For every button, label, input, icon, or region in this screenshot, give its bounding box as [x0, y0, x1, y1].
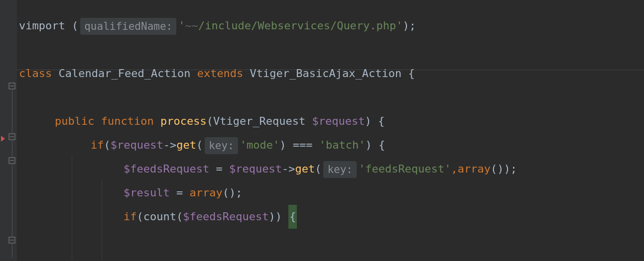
token-paren: ); [504, 163, 517, 175]
caret-highlight: { [288, 205, 297, 229]
code-line[interactable]: $feedsRequest = $request->get(key:'feeds… [19, 157, 644, 181]
fold-icon[interactable] [8, 133, 15, 140]
fold-icon[interactable] [8, 157, 15, 164]
token-identifier: vimport [19, 19, 65, 32]
token-type: Vtiger_Request [213, 115, 312, 127]
token-string: /include/Webservices/Query.php [198, 19, 396, 32]
fold-icon[interactable] [8, 237, 15, 244]
token-keyword: function [101, 115, 160, 127]
code-line[interactable]: public function process(Vtiger_Request $… [19, 109, 644, 133]
code-editor[interactable]: vimport (qualifiedName:'~~/include/Webse… [0, 0, 644, 261]
token-paren: ( [315, 163, 321, 175]
token-operator: = [209, 163, 229, 175]
token-paren: ) [366, 139, 379, 151]
token-string-quote: ' [359, 163, 365, 175]
token-paren: ( [176, 210, 183, 223]
token-identifier: count [143, 210, 176, 223]
token-method: get [295, 163, 315, 175]
token-string: batch [326, 139, 359, 151]
token-tilde: ~~ [185, 19, 198, 32]
token-paren: () [491, 163, 504, 175]
token-string-quote: ' [178, 19, 185, 32]
token-paren: ) [268, 210, 275, 223]
code-area[interactable]: vimport (qualifiedName:'~~/include/Webse… [17, 0, 644, 261]
token-string-quote: ' [273, 139, 279, 151]
token-paren: (); [223, 186, 243, 199]
token-variable: $request [111, 139, 163, 151]
token-string: feedsRequest [365, 163, 444, 175]
token-string-quote: ' [444, 163, 451, 175]
token-paren: ); [403, 19, 416, 32]
token-brace: { [378, 115, 385, 127]
code-line[interactable]: vimport (qualifiedName:'~~/include/Webse… [19, 14, 644, 38]
token-keyword: array [458, 163, 491, 175]
token-variable: $request [229, 163, 282, 175]
token-paren: ( [137, 210, 143, 223]
token-keyword: extends [197, 67, 250, 80]
token-keyword: class [19, 67, 58, 80]
token-keyword: public [55, 115, 101, 127]
token-paren: ( [104, 139, 111, 151]
token-paren: ( [65, 19, 79, 32]
token-method: process [160, 115, 207, 127]
token-paren: ( [196, 139, 203, 151]
token-keyword: array [189, 186, 222, 199]
svg-marker-8 [1, 136, 5, 142]
gutter[interactable] [0, 0, 17, 261]
token-brace: { [408, 67, 415, 80]
token-arrow: -> [163, 139, 177, 151]
token-keyword: if [91, 139, 104, 151]
execution-arrow-icon [1, 133, 6, 142]
code-line[interactable]: if(count($feedsRequest)) { [19, 205, 644, 229]
fold-icon[interactable] [8, 83, 15, 89]
parameter-hint: qualifiedName: [80, 18, 176, 35]
token-classname: Vtiger_BasicAjax_Action [250, 67, 408, 80]
token-comma: , [451, 163, 457, 175]
token-variable: $feedsRequest [183, 210, 268, 223]
parameter-hint: key: [205, 137, 238, 154]
token-string-quote: ' [396, 19, 402, 32]
code-line[interactable] [19, 38, 644, 62]
token-variable: $feedsRequest [124, 163, 209, 175]
token-variable: $result [124, 186, 170, 199]
token-operator: = [170, 186, 190, 199]
token-string: mode [247, 139, 273, 151]
token-paren: ) [279, 139, 293, 151]
code-line[interactable] [19, 86, 644, 109]
token-keyword: if [124, 210, 137, 223]
code-line[interactable]: class Calendar_Feed_Action extends Vtige… [19, 62, 644, 86]
token-operator: === [293, 139, 319, 151]
token-string-quote: ' [240, 139, 247, 151]
token-arrow: -> [282, 163, 295, 175]
token-paren: ( [207, 115, 213, 127]
token-classname: Calendar_Feed_Action [58, 67, 197, 80]
token-string-quote: ' [359, 139, 365, 151]
token-paren: ) [365, 115, 379, 127]
parameter-hint: key: [323, 161, 357, 178]
token-method: get [176, 139, 196, 151]
code-line[interactable]: $result = array(); [19, 181, 644, 205]
token-paren: ) [275, 210, 289, 223]
code-line[interactable]: if($request->get(key:'mode') === 'batch'… [19, 133, 644, 157]
token-string-quote: ' [319, 139, 326, 151]
token-brace: { [379, 139, 385, 151]
token-variable: $request [312, 115, 365, 127]
